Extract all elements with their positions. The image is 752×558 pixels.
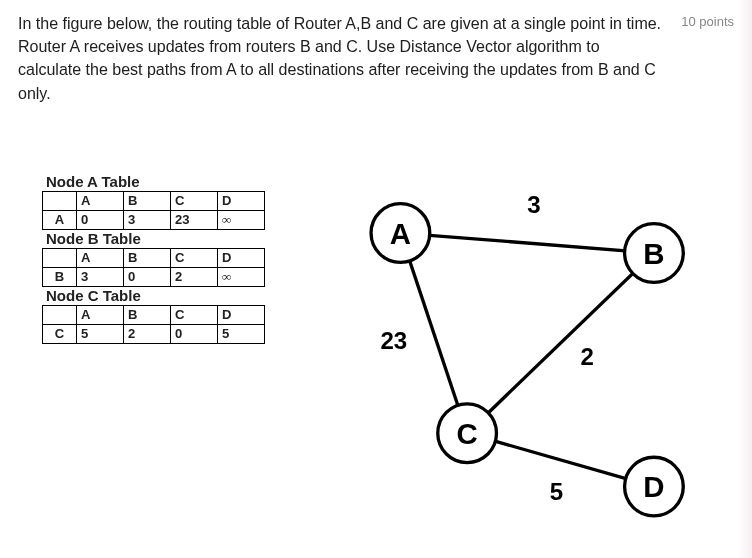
table-row: A 0 3 23 ∞ [43,210,265,229]
edge-a-b [400,233,654,253]
node-a-label: A [390,216,411,249]
tables-column: Node A Table A B C D A 0 3 23 ∞ Node B T… [42,173,277,536]
table-a: A B C D A 0 3 23 ∞ [42,191,265,230]
points-label: 10 points [681,12,734,29]
content-row: Node A Table A B C D A 0 3 23 ∞ Node B T… [18,173,734,536]
weight-b-c: 2 [581,343,594,370]
table-row: B 3 0 2 ∞ [43,267,265,286]
graph-column: 3 23 2 5 A B C D [307,173,734,536]
edge-a-c [400,233,467,433]
table-row: A B C D [43,248,265,267]
node-b-label: B [643,236,664,269]
node-d-label: D [643,470,664,503]
table-c: A B C D C 5 2 0 5 [42,305,265,344]
network-graph: 3 23 2 5 A B C D [307,173,734,533]
weight-a-c: 23 [380,327,407,354]
table-b: A B C D B 3 0 2 ∞ [42,248,265,287]
question-text: In the figure below, the routing table o… [18,12,663,105]
edge-b-c [467,253,654,433]
question-page: In the figure below, the routing table o… [0,0,752,558]
table-c-title: Node C Table [46,287,277,304]
table-a-title: Node A Table [46,173,277,190]
weight-c-d: 5 [550,478,563,505]
node-c-label: C [457,416,478,449]
weight-a-b: 3 [527,191,540,218]
question-header: In the figure below, the routing table o… [18,12,734,105]
right-gutter [738,0,752,558]
table-b-title: Node B Table [46,230,277,247]
table-row: A B C D [43,305,265,324]
table-row: A B C D [43,191,265,210]
table-row: C 5 2 0 5 [43,324,265,343]
